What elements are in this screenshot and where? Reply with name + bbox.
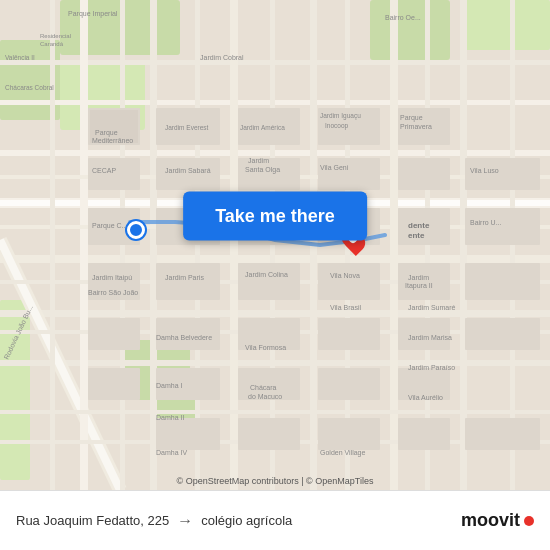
svg-text:Jardim Paris: Jardim Paris [165,274,204,281]
svg-text:Valência II: Valência II [5,54,35,61]
svg-rect-55 [465,208,540,245]
svg-rect-4 [370,0,450,60]
svg-text:do Macuco: do Macuco [248,393,282,400]
svg-text:Vila Luso: Vila Luso [470,167,499,174]
svg-rect-57 [156,263,220,300]
svg-text:Chácaras Cobral: Chácaras Cobral [5,84,54,91]
svg-text:Jardim Sabará: Jardim Sabará [165,167,211,174]
svg-rect-19 [80,0,88,490]
route-info: Rua Joaquim Fedatto, 225 → colégio agríc… [16,512,461,530]
svg-text:dente: dente [408,221,430,230]
svg-text:Jardim Sumaré: Jardim Sumaré [408,304,456,311]
svg-rect-58 [238,263,300,300]
svg-rect-24 [460,0,467,490]
svg-text:Residencial: Residencial [40,33,71,39]
svg-rect-5 [460,0,550,50]
svg-text:Vila Formosa: Vila Formosa [245,344,286,351]
svg-text:Jardim Itaipú: Jardim Itaipú [92,274,132,282]
svg-rect-44 [88,158,140,190]
route-arrow-icon: → [177,512,193,530]
svg-text:Mediterrâneo: Mediterrâneo [92,137,133,144]
svg-rect-62 [88,318,140,350]
svg-rect-47 [318,158,380,190]
take-me-there-button[interactable]: Take me there [183,191,367,240]
svg-text:Jardim Cobral: Jardim Cobral [200,54,244,61]
svg-text:Jardim Colina: Jardim Colina [245,271,288,278]
svg-rect-49 [465,158,540,190]
svg-rect-68 [88,368,140,400]
svg-text:Itapura II: Itapura II [405,282,433,290]
svg-text:Bairro Oe...: Bairro Oe... [385,14,421,21]
bottom-bar: Rua Joaquim Fedatto, 225 → colégio agríc… [0,490,550,550]
svg-text:Jardim América: Jardim América [240,124,285,131]
svg-text:Vila Nova: Vila Nova [330,272,360,279]
svg-text:Chácara: Chácara [250,384,277,391]
svg-text:Inocoop: Inocoop [325,122,349,130]
svg-rect-76 [398,418,450,450]
svg-rect-65 [318,318,380,350]
svg-rect-74 [238,418,300,450]
svg-text:Vila Brasil: Vila Brasil [330,304,361,311]
svg-text:Santa Olga: Santa Olga [245,166,280,174]
svg-text:Jardim: Jardim [248,157,269,164]
svg-text:Damha IV: Damha IV [156,449,187,456]
map-container: Parque Mediterrâneo Jardim Everest Jardi… [0,0,550,490]
svg-text:Parque C...: Parque C... [92,222,127,230]
svg-rect-67 [465,318,540,350]
svg-text:Damha I: Damha I [156,382,183,389]
moovit-text: moovit [461,510,520,531]
svg-text:Jardim: Jardim [408,274,429,281]
svg-rect-73 [156,418,220,450]
svg-text:Damha II: Damha II [156,414,184,421]
svg-rect-71 [318,368,380,400]
svg-text:CECAP: CECAP [92,167,116,174]
moovit-logo: moovit [461,510,534,531]
svg-rect-31 [50,0,55,490]
svg-text:Parque Imperial: Parque Imperial [68,10,118,18]
svg-text:Damha Belvedere: Damha Belvedere [156,334,212,341]
svg-text:Parque: Parque [95,129,118,137]
svg-rect-48 [398,158,450,190]
svg-text:Bairro U...: Bairro U... [470,219,502,226]
moovit-dot-icon [524,516,534,526]
svg-text:Bairro São João: Bairro São João [88,289,138,296]
svg-text:ente: ente [408,231,425,240]
svg-rect-45 [156,158,220,190]
route-destination: colégio agrícola [201,513,292,528]
svg-text:Primavera: Primavera [400,123,432,130]
svg-text:Jardim Marisa: Jardim Marisa [408,334,452,341]
svg-text:Golden Village: Golden Village [320,449,366,457]
svg-rect-75 [318,418,380,450]
svg-rect-21 [230,0,238,490]
svg-text:Jardim Everest: Jardim Everest [165,124,209,131]
svg-text:Jardim Iguaçu: Jardim Iguaçu [320,112,361,120]
svg-text:Carandá: Carandá [40,41,64,47]
svg-text:Jardim Paraíso: Jardim Paraíso [408,364,455,371]
svg-rect-23 [390,0,398,490]
map-attribution: © OpenStreetMap contributors | © OpenMap… [0,476,550,486]
svg-rect-61 [465,263,540,300]
svg-rect-77 [465,418,540,450]
origin-marker [127,221,145,239]
svg-text:Vila Aurélio: Vila Aurélio [408,394,443,401]
route-origin: Rua Joaquim Fedatto, 225 [16,513,169,528]
svg-rect-59 [318,263,380,300]
svg-rect-6 [0,300,30,480]
svg-text:Parque: Parque [400,114,423,122]
svg-text:Vila Geni: Vila Geni [320,164,349,171]
